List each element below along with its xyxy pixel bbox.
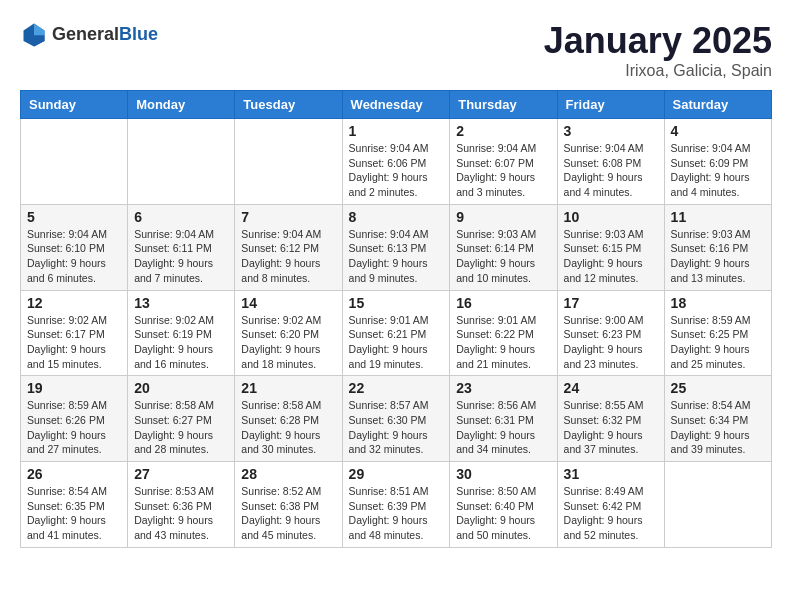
day-info: Sunrise: 8:52 AM Sunset: 6:38 PM Dayligh… xyxy=(241,484,335,543)
title-area: January 2025 Irixoa, Galicia, Spain xyxy=(544,20,772,80)
location-title: Irixoa, Galicia, Spain xyxy=(544,62,772,80)
calendar-cell: 29Sunrise: 8:51 AM Sunset: 6:39 PM Dayli… xyxy=(342,462,450,548)
day-info: Sunrise: 8:58 AM Sunset: 6:27 PM Dayligh… xyxy=(134,398,228,457)
day-info: Sunrise: 9:04 AM Sunset: 6:09 PM Dayligh… xyxy=(671,141,765,200)
logo-text-general: General xyxy=(52,24,119,44)
calendar-week-row: 1Sunrise: 9:04 AM Sunset: 6:06 PM Daylig… xyxy=(21,119,772,205)
day-number: 26 xyxy=(27,466,121,482)
calendar-cell: 17Sunrise: 9:00 AM Sunset: 6:23 PM Dayli… xyxy=(557,290,664,376)
day-number: 17 xyxy=(564,295,658,311)
day-info: Sunrise: 8:57 AM Sunset: 6:30 PM Dayligh… xyxy=(349,398,444,457)
calendar-cell: 7Sunrise: 9:04 AM Sunset: 6:12 PM Daylig… xyxy=(235,204,342,290)
calendar-cell xyxy=(664,462,771,548)
day-number: 2 xyxy=(456,123,550,139)
svg-marker-2 xyxy=(34,35,45,46)
calendar-week-row: 26Sunrise: 8:54 AM Sunset: 6:35 PM Dayli… xyxy=(21,462,772,548)
weekday-header-friday: Friday xyxy=(557,91,664,119)
day-number: 31 xyxy=(564,466,658,482)
calendar-cell: 28Sunrise: 8:52 AM Sunset: 6:38 PM Dayli… xyxy=(235,462,342,548)
day-info: Sunrise: 8:53 AM Sunset: 6:36 PM Dayligh… xyxy=(134,484,228,543)
day-number: 3 xyxy=(564,123,658,139)
day-number: 13 xyxy=(134,295,228,311)
day-number: 1 xyxy=(349,123,444,139)
day-number: 24 xyxy=(564,380,658,396)
day-number: 22 xyxy=(349,380,444,396)
day-number: 7 xyxy=(241,209,335,225)
calendar-cell: 4Sunrise: 9:04 AM Sunset: 6:09 PM Daylig… xyxy=(664,119,771,205)
weekday-header-sunday: Sunday xyxy=(21,91,128,119)
weekday-header-tuesday: Tuesday xyxy=(235,91,342,119)
calendar-cell: 19Sunrise: 8:59 AM Sunset: 6:26 PM Dayli… xyxy=(21,376,128,462)
day-info: Sunrise: 9:04 AM Sunset: 6:10 PM Dayligh… xyxy=(27,227,121,286)
calendar-cell: 15Sunrise: 9:01 AM Sunset: 6:21 PM Dayli… xyxy=(342,290,450,376)
day-info: Sunrise: 9:02 AM Sunset: 6:17 PM Dayligh… xyxy=(27,313,121,372)
day-number: 6 xyxy=(134,209,228,225)
calendar-cell: 26Sunrise: 8:54 AM Sunset: 6:35 PM Dayli… xyxy=(21,462,128,548)
calendar-cell: 12Sunrise: 9:02 AM Sunset: 6:17 PM Dayli… xyxy=(21,290,128,376)
day-number: 9 xyxy=(456,209,550,225)
day-number: 16 xyxy=(456,295,550,311)
day-number: 29 xyxy=(349,466,444,482)
header: GeneralBlue January 2025 Irixoa, Galicia… xyxy=(20,20,772,80)
day-info: Sunrise: 8:59 AM Sunset: 6:26 PM Dayligh… xyxy=(27,398,121,457)
day-info: Sunrise: 8:49 AM Sunset: 6:42 PM Dayligh… xyxy=(564,484,658,543)
calendar-cell: 27Sunrise: 8:53 AM Sunset: 6:36 PM Dayli… xyxy=(128,462,235,548)
day-info: Sunrise: 9:01 AM Sunset: 6:22 PM Dayligh… xyxy=(456,313,550,372)
logo-text-blue: Blue xyxy=(119,24,158,44)
day-info: Sunrise: 9:02 AM Sunset: 6:20 PM Dayligh… xyxy=(241,313,335,372)
calendar-cell: 22Sunrise: 8:57 AM Sunset: 6:30 PM Dayli… xyxy=(342,376,450,462)
calendar-cell: 9Sunrise: 9:03 AM Sunset: 6:14 PM Daylig… xyxy=(450,204,557,290)
day-number: 4 xyxy=(671,123,765,139)
day-info: Sunrise: 9:04 AM Sunset: 6:06 PM Dayligh… xyxy=(349,141,444,200)
calendar-cell: 3Sunrise: 9:04 AM Sunset: 6:08 PM Daylig… xyxy=(557,119,664,205)
day-info: Sunrise: 8:50 AM Sunset: 6:40 PM Dayligh… xyxy=(456,484,550,543)
day-info: Sunrise: 8:58 AM Sunset: 6:28 PM Dayligh… xyxy=(241,398,335,457)
day-info: Sunrise: 8:51 AM Sunset: 6:39 PM Dayligh… xyxy=(349,484,444,543)
day-info: Sunrise: 8:54 AM Sunset: 6:34 PM Dayligh… xyxy=(671,398,765,457)
calendar-cell xyxy=(21,119,128,205)
day-info: Sunrise: 8:54 AM Sunset: 6:35 PM Dayligh… xyxy=(27,484,121,543)
logo-icon xyxy=(20,20,48,48)
logo: GeneralBlue xyxy=(20,20,158,48)
calendar-cell: 16Sunrise: 9:01 AM Sunset: 6:22 PM Dayli… xyxy=(450,290,557,376)
day-number: 30 xyxy=(456,466,550,482)
day-info: Sunrise: 9:01 AM Sunset: 6:21 PM Dayligh… xyxy=(349,313,444,372)
day-number: 8 xyxy=(349,209,444,225)
day-info: Sunrise: 8:55 AM Sunset: 6:32 PM Dayligh… xyxy=(564,398,658,457)
day-info: Sunrise: 9:03 AM Sunset: 6:15 PM Dayligh… xyxy=(564,227,658,286)
calendar-week-row: 5Sunrise: 9:04 AM Sunset: 6:10 PM Daylig… xyxy=(21,204,772,290)
calendar: SundayMondayTuesdayWednesdayThursdayFrid… xyxy=(20,90,772,548)
day-number: 27 xyxy=(134,466,228,482)
day-number: 14 xyxy=(241,295,335,311)
weekday-header-saturday: Saturday xyxy=(664,91,771,119)
svg-marker-1 xyxy=(34,24,45,36)
day-info: Sunrise: 9:04 AM Sunset: 6:07 PM Dayligh… xyxy=(456,141,550,200)
day-number: 20 xyxy=(134,380,228,396)
day-info: Sunrise: 9:00 AM Sunset: 6:23 PM Dayligh… xyxy=(564,313,658,372)
calendar-cell: 5Sunrise: 9:04 AM Sunset: 6:10 PM Daylig… xyxy=(21,204,128,290)
day-number: 19 xyxy=(27,380,121,396)
day-info: Sunrise: 9:02 AM Sunset: 6:19 PM Dayligh… xyxy=(134,313,228,372)
day-info: Sunrise: 9:04 AM Sunset: 6:11 PM Dayligh… xyxy=(134,227,228,286)
day-info: Sunrise: 8:59 AM Sunset: 6:25 PM Dayligh… xyxy=(671,313,765,372)
day-info: Sunrise: 9:04 AM Sunset: 6:13 PM Dayligh… xyxy=(349,227,444,286)
calendar-cell: 30Sunrise: 8:50 AM Sunset: 6:40 PM Dayli… xyxy=(450,462,557,548)
calendar-cell: 2Sunrise: 9:04 AM Sunset: 6:07 PM Daylig… xyxy=(450,119,557,205)
day-number: 5 xyxy=(27,209,121,225)
weekday-header-row: SundayMondayTuesdayWednesdayThursdayFrid… xyxy=(21,91,772,119)
calendar-cell: 10Sunrise: 9:03 AM Sunset: 6:15 PM Dayli… xyxy=(557,204,664,290)
day-info: Sunrise: 8:56 AM Sunset: 6:31 PM Dayligh… xyxy=(456,398,550,457)
calendar-cell: 14Sunrise: 9:02 AM Sunset: 6:20 PM Dayli… xyxy=(235,290,342,376)
calendar-cell: 8Sunrise: 9:04 AM Sunset: 6:13 PM Daylig… xyxy=(342,204,450,290)
calendar-week-row: 12Sunrise: 9:02 AM Sunset: 6:17 PM Dayli… xyxy=(21,290,772,376)
calendar-cell xyxy=(235,119,342,205)
day-info: Sunrise: 9:04 AM Sunset: 6:08 PM Dayligh… xyxy=(564,141,658,200)
calendar-cell xyxy=(128,119,235,205)
day-number: 25 xyxy=(671,380,765,396)
weekday-header-monday: Monday xyxy=(128,91,235,119)
day-number: 12 xyxy=(27,295,121,311)
day-info: Sunrise: 9:03 AM Sunset: 6:14 PM Dayligh… xyxy=(456,227,550,286)
day-number: 15 xyxy=(349,295,444,311)
calendar-cell: 6Sunrise: 9:04 AM Sunset: 6:11 PM Daylig… xyxy=(128,204,235,290)
calendar-cell: 11Sunrise: 9:03 AM Sunset: 6:16 PM Dayli… xyxy=(664,204,771,290)
